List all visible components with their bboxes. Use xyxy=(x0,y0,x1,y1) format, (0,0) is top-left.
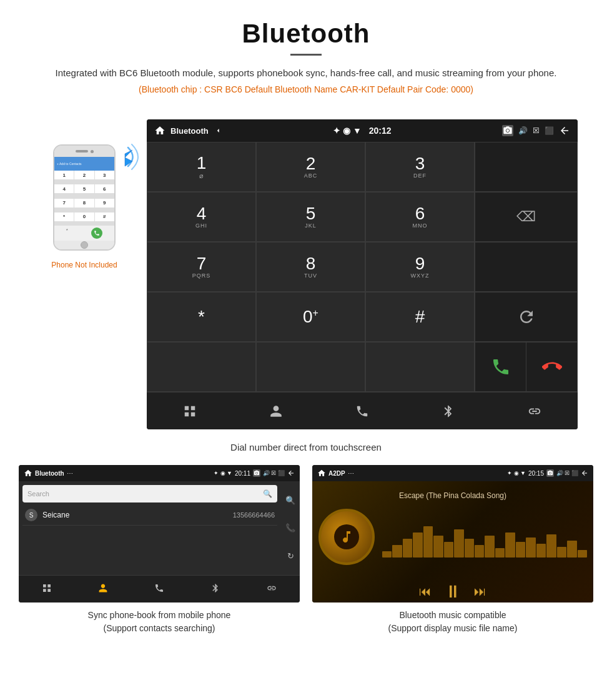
next-track-button[interactable]: ⏭ xyxy=(474,584,486,599)
dial-key-4[interactable]: 4 GHI xyxy=(147,192,256,242)
phonebook-phone-side-icon[interactable]: 📞 xyxy=(285,523,295,532)
call-green-row xyxy=(475,342,578,392)
number-display xyxy=(475,142,578,192)
phone-key-5: 5 xyxy=(74,184,94,193)
title-divider xyxy=(290,54,322,56)
phone-key-star: * xyxy=(54,212,74,221)
nav-phone-icon[interactable] xyxy=(355,404,369,418)
fullscreen-icon: ⬛ xyxy=(545,126,554,135)
phonebook-refresh-side-icon[interactable]: ↻ xyxy=(287,551,294,561)
phone-bottom-bar xyxy=(54,241,114,249)
dialpad-right: ⌫ xyxy=(475,142,578,392)
dial-key-3[interactable]: 3 DEF xyxy=(365,142,475,192)
phonebook-bottom-nav xyxy=(19,575,300,602)
window-icon: ☒ xyxy=(533,126,540,135)
album-art xyxy=(318,509,375,565)
main-demo-caption: Dial number direct from touchscreen xyxy=(0,442,612,452)
call-red-icon xyxy=(542,357,562,377)
phone-illustration: + Add to Contacts 1 2 3 4 5 6 7 8 9 * 0 xyxy=(53,144,116,251)
music-note-icon xyxy=(339,529,354,544)
music-camera-icon xyxy=(546,469,554,477)
car-bottom-nav xyxy=(147,392,578,429)
dial-key-8[interactable]: 8 TUV xyxy=(256,242,365,292)
bluetooth-status-icon: ✦ ◉ ▼ xyxy=(333,126,362,136)
pb-nav-phone[interactable] xyxy=(154,583,164,596)
phone-key-9: 9 xyxy=(95,199,114,208)
dial-key-2[interactable]: 2 ABC xyxy=(256,142,365,192)
music-status-left: A2DP ⋯ xyxy=(317,469,354,478)
camera-icon xyxy=(502,125,513,136)
phonebook-vol-icon: 🔊 ☒ ⬛ xyxy=(263,470,285,476)
music-caption-line2: (Support display music file name) xyxy=(388,623,518,633)
volume-icon: 🔊 xyxy=(518,126,528,135)
phonebook-search-side-icon[interactable]: 🔍 xyxy=(285,496,295,505)
phonebook-bt-icon: ✦ ◉ ▼ xyxy=(214,470,232,476)
music-content-area: Escape (The Pina Colada Song) xyxy=(312,481,593,602)
music-usb-icon: ⋯ xyxy=(348,470,354,477)
nav-bluetooth-icon[interactable] xyxy=(442,404,455,418)
dial-key-0[interactable]: 0+ xyxy=(256,292,365,342)
phonebook-camera-icon xyxy=(253,469,260,477)
phonebook-usb-icon: ⋯ xyxy=(67,470,73,477)
music-caption: Bluetooth music compatible (Support disp… xyxy=(388,609,518,635)
phone-key-1: 1 xyxy=(54,171,74,179)
contact-number: 13566664466 xyxy=(233,511,275,519)
screen-title: Bluetooth xyxy=(170,126,209,136)
phone-key-6: 6 xyxy=(95,184,114,193)
music-screen-title: A2DP xyxy=(328,470,345,477)
bluetooth-waves-icon xyxy=(109,138,147,176)
phonebook-status-bar: Bluetooth ⋯ ✦ ◉ ▼ 20:11 🔊 ☒ ⬛ xyxy=(19,465,300,481)
delete-button[interactable]: ⌫ xyxy=(475,192,578,242)
phone-home-button xyxy=(81,241,88,249)
contact-row[interactable]: S Seicane 13566664466 xyxy=(22,505,277,526)
contact-name: Seicane xyxy=(42,511,233,519)
nav-grid-icon[interactable] xyxy=(183,404,197,418)
dial-key-6[interactable]: 6 MNO xyxy=(365,192,475,242)
dial-key-9[interactable]: 9 WXYZ xyxy=(365,242,475,292)
nav-link-icon[interactable] xyxy=(528,404,541,418)
status-left: Bluetooth xyxy=(154,125,222,136)
play-pause-button[interactable]: ⏸ xyxy=(444,581,461,602)
dial-key-1[interactable]: 1 ⌀ xyxy=(147,142,256,192)
music-vol-icon: 🔊 ☒ ⬛ xyxy=(556,470,578,476)
call-green-button[interactable] xyxy=(475,342,526,391)
phone-area: + Add to Contacts 1 2 3 4 5 6 7 8 9 * 0 xyxy=(34,119,134,269)
empty-cell-1 xyxy=(475,242,578,292)
pb-nav-grid[interactable] xyxy=(42,583,52,596)
phonebook-search-box[interactable]: Search 🔍 xyxy=(22,485,277,502)
bottom-screenshots: Bluetooth ⋯ ✦ ◉ ▼ 20:11 🔊 ☒ ⬛ xyxy=(0,465,612,635)
dial-key-5[interactable]: 5 JKL xyxy=(256,192,365,242)
dial-key-hash[interactable]: # xyxy=(365,292,475,342)
prev-track-button[interactable]: ⏮ xyxy=(419,584,432,599)
phonebook-home-icon xyxy=(24,469,32,478)
music-status-right: ✦ ◉ ▼ 20:15 🔊 ☒ ⬛ xyxy=(507,469,588,477)
pb-nav-bluetooth[interactable] xyxy=(210,583,220,596)
music-bt-icon: ✦ ◉ ▼ xyxy=(507,470,526,476)
music-status-bar: A2DP ⋯ ✦ ◉ ▼ 20:15 🔊 ☒ ⬛ xyxy=(312,465,593,481)
dial-key-7[interactable]: 7 PQRS xyxy=(147,242,256,292)
phonebook-search-icon: 🔍 xyxy=(263,489,272,498)
status-center-icons: ✦ ◉ ▼ 20:12 xyxy=(333,126,391,136)
phone-keypad: 1 2 3 4 5 6 7 8 9 * 0 # xyxy=(54,171,114,226)
music-song-title: Escape (The Pina Colada Song) xyxy=(399,491,506,500)
music-card: A2DP ⋯ ✦ ◉ ▼ 20:15 🔊 ☒ ⬛ Escape xyxy=(312,465,593,635)
phonebook-screen: Bluetooth ⋯ ✦ ◉ ▼ 20:11 🔊 ☒ ⬛ xyxy=(19,465,300,602)
phonebook-status-left: Bluetooth ⋯ xyxy=(24,469,73,478)
phone-key-8: 8 xyxy=(74,199,94,208)
phonebook-caption-line1: Sync phone-book from mobile phone xyxy=(88,610,231,620)
large-screen-status-bar: Bluetooth ✦ ◉ ▼ 20:12 🔊 ☒ ⬛ xyxy=(147,119,578,142)
phone-screen: + Add to Contacts 1 2 3 4 5 6 7 8 9 * 0 xyxy=(54,157,114,241)
phone-key-0: 0 xyxy=(74,212,94,221)
car-screen-large: Bluetooth ✦ ◉ ▼ 20:12 🔊 ☒ ⬛ xyxy=(147,119,578,429)
call-red-button[interactable] xyxy=(526,342,577,391)
pb-nav-person[interactable] xyxy=(98,583,108,596)
phonebook-caption-line2: (Support contacts searching) xyxy=(104,623,215,633)
nav-person-icon[interactable] xyxy=(269,404,283,418)
dial-key-star[interactable]: * xyxy=(147,292,256,342)
redial-button[interactable] xyxy=(475,292,578,342)
page-title: Bluetooth xyxy=(37,19,575,49)
phone-key-hash: # xyxy=(95,212,114,221)
pb-nav-link[interactable] xyxy=(267,583,277,596)
main-demo-area: + Add to Contacts 1 2 3 4 5 6 7 8 9 * 0 xyxy=(0,113,612,436)
music-screen: A2DP ⋯ ✦ ◉ ▼ 20:15 🔊 ☒ ⬛ Escape xyxy=(312,465,593,602)
